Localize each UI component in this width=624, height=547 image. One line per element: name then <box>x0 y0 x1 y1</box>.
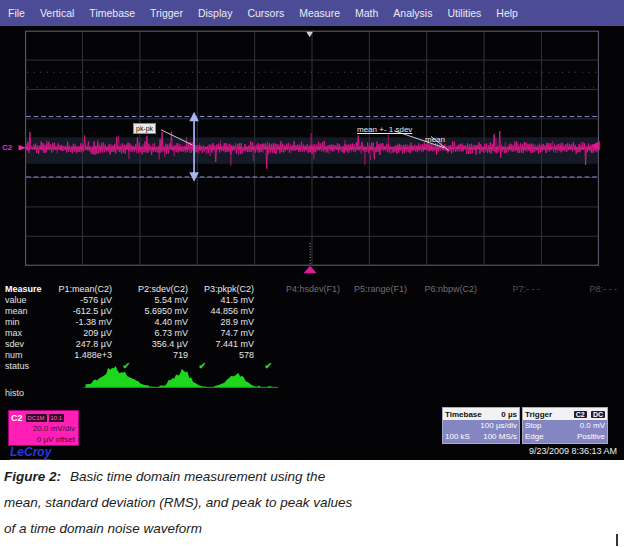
menu-item-file[interactable]: File <box>8 7 25 19</box>
trigger-level: 0.0 mV <box>580 420 605 431</box>
param-header-p8[interactable]: P8:- - - <box>540 284 617 295</box>
cell-p8-value <box>540 295 617 306</box>
status-check-p5 <box>358 361 425 372</box>
pkpk-annotation-label: pk-pk <box>133 123 156 134</box>
cell-p6-num <box>407 350 477 361</box>
row-label-mean: mean <box>5 306 50 317</box>
cell-p8-min <box>540 317 617 328</box>
param-header-p5[interactable]: P5:range(F1) <box>340 284 407 295</box>
trigger-type: Edge <box>525 431 544 442</box>
channel-vdiv: 20.0 mV/div <box>11 423 75 434</box>
mean-sdev-annotation-label: mean +- 1 sdev <box>357 125 412 134</box>
waveform-grid[interactable] <box>0 26 624 460</box>
menu-item-vertical[interactable]: Vertical <box>40 7 74 19</box>
cell-p7-num <box>477 350 540 361</box>
timebase-panel[interactable]: Timebase 0 µs 100 µs/div 100 kS 100 MS/s <box>442 407 520 444</box>
param-header-p7[interactable]: P7:- - - <box>477 284 540 295</box>
caption-line-3: of a time domain noise waveform <box>4 516 624 542</box>
lecroy-logo: LeCroy <box>10 445 51 461</box>
trigger-slope: Positive <box>577 431 605 442</box>
menu-item-trigger[interactable]: Trigger <box>150 7 183 19</box>
trigger-panel[interactable]: Trigger C2 DC Stop 0.0 mV Edge Positive <box>522 407 608 444</box>
row-label-value: value <box>5 295 50 306</box>
timestamp: 9/23/2009 8:36:13 AM <box>529 446 617 456</box>
cell-p6-max <box>407 328 477 339</box>
cell-p6-value <box>407 295 477 306</box>
timebase-delay: 0 µs <box>501 410 517 419</box>
row-label-num: num <box>5 350 50 361</box>
cell-p1-min: -1.38 mV <box>50 317 112 328</box>
trace-offset-arrow-icon[interactable] <box>19 145 27 151</box>
cell-p4-mean <box>254 306 340 317</box>
cell-p4-sdev <box>254 339 340 350</box>
status-check-p8 <box>558 361 624 372</box>
cell-p2-max: 6.73 mV <box>112 328 188 339</box>
cell-p3-value: 41.5 mV <box>188 295 254 306</box>
menu-item-measure[interactable]: Measure <box>299 7 340 19</box>
menu-item-math[interactable]: Math <box>355 7 378 19</box>
status-check-p6 <box>425 361 495 372</box>
status-check-p3: ✔ <box>206 361 272 372</box>
status-check-p2: ✔ <box>130 361 206 372</box>
trigger-position-marker-icon[interactable] <box>304 266 317 274</box>
cell-p5-mean <box>340 306 407 317</box>
cell-p4-value <box>254 295 340 306</box>
trace-label-c2[interactable]: C2 <box>2 143 12 152</box>
cell-p4-num <box>254 350 340 361</box>
cell-p7-max <box>477 328 540 339</box>
param-header-p6[interactable]: P6:nbpw(C2) <box>407 284 477 295</box>
cell-p4-min <box>254 317 340 328</box>
cell-p3-mean: 44.856 mV <box>188 306 254 317</box>
timebase-samples: 100 kS <box>445 431 470 442</box>
screenshot-root: FileVerticalTimebaseTriggerDisplayCursor… <box>0 0 624 547</box>
caption-line-2: mean, standard deviation (RMS), and peak… <box>4 490 624 516</box>
cell-p1-num: 1.488e+3 <box>50 350 112 361</box>
channel-descriptor-c2[interactable]: C2 DC1M 10:1 20.0 mV/div 0 µV offset <box>8 410 79 446</box>
cell-p5-sdev <box>340 339 407 350</box>
cell-p6-sdev <box>407 339 477 350</box>
cell-p3-sdev: 7.441 mV <box>188 339 254 350</box>
row-label-max: max <box>5 328 50 339</box>
param-header-p2[interactable]: P2:sdev(C2) <box>112 284 188 295</box>
trigger-coupling-chip: DC <box>591 411 605 418</box>
probe-chip: 10:1 <box>49 414 65 422</box>
cell-p3-num: 578 <box>188 350 254 361</box>
row-label-min: min <box>5 317 50 328</box>
cell-p1-sdev: 247.8 µV <box>50 339 112 350</box>
cell-p1-max: 209 µV <box>50 328 112 339</box>
param-header-p1[interactable]: P1:mean(C2) <box>50 284 112 295</box>
scope-display[interactable]: pk-pk mean +- 1 sdev mean C2 MeasureP1:m… <box>0 26 624 460</box>
row-label-status: status <box>5 361 50 372</box>
menu-item-display[interactable]: Display <box>198 7 232 19</box>
measure-table: MeasureP1:mean(C2)P2:sdev(C2)P3:pkpk(C2)… <box>5 284 617 372</box>
cell-p6-mean <box>407 306 477 317</box>
measure-table-title: Measure <box>5 284 50 295</box>
menu-bar: FileVerticalTimebaseTriggerDisplayCursor… <box>0 0 624 26</box>
coupling-chip: DC1M <box>26 414 47 422</box>
menu-item-timebase[interactable]: Timebase <box>89 7 135 19</box>
channel-offset: 0 µV offset <box>11 434 75 445</box>
menu-item-analysis[interactable]: Analysis <box>393 7 432 19</box>
cell-p7-min <box>477 317 540 328</box>
param-header-p4[interactable]: P4:hsdev(F1) <box>254 284 340 295</box>
cell-p5-value <box>340 295 407 306</box>
cell-p8-max <box>540 328 617 339</box>
cell-p2-value: 5.54 mV <box>112 295 188 306</box>
mean-annotation-label: mean <box>425 135 445 144</box>
menu-item-utilities[interactable]: Utilities <box>447 7 481 19</box>
menu-item-cursors[interactable]: Cursors <box>247 7 284 19</box>
cell-p5-num <box>340 350 407 361</box>
param-header-p3[interactable]: P3:pkpk(C2) <box>188 284 254 295</box>
cell-p7-sdev <box>477 339 540 350</box>
cell-p6-min <box>407 317 477 328</box>
cell-p8-mean <box>540 306 617 317</box>
text-cursor-artifact <box>616 534 618 546</box>
trigger-title: Trigger <box>525 410 552 419</box>
cell-p2-sdev: 356.4 µV <box>112 339 188 350</box>
trigger-source-chip: C2 <box>574 411 587 418</box>
caption-line-1: Figure 2:Basic time domain measurement u… <box>4 464 624 490</box>
menu-item-help[interactable]: Help <box>496 7 518 19</box>
histo-row-label: histo <box>5 388 24 398</box>
cell-p5-max <box>340 328 407 339</box>
timebase-rate: 100 MS/s <box>483 431 517 442</box>
